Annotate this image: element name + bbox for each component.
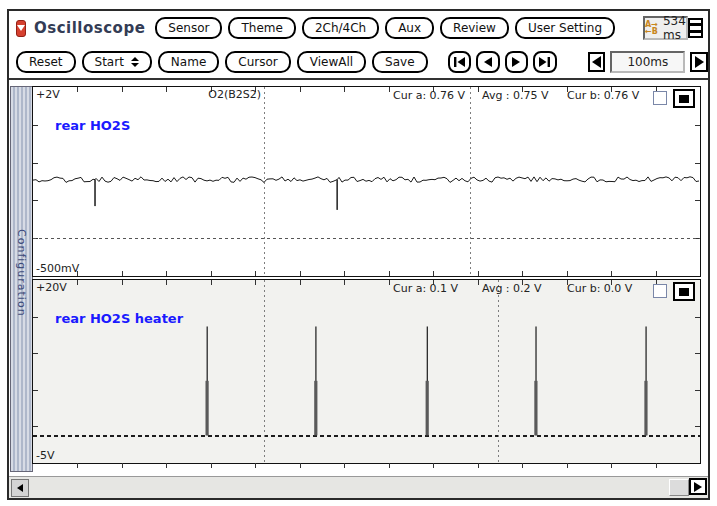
reset-button[interactable]: Reset	[16, 51, 76, 73]
grid-tick	[122, 280, 123, 285]
filled-square-icon	[679, 288, 689, 296]
main-area: Configuration +2V O2(B2S2) Cur a: 0.76 V…	[9, 78, 708, 477]
channel-2-expand-button[interactable]	[673, 282, 695, 301]
channel-1-plot[interactable]: +2V O2(B2S2) Cur a: 0.76 V Avg : 0.75 V …	[32, 86, 701, 277]
channel-mode-button[interactable]: 2Ch/4Ch	[302, 17, 379, 39]
grid-tick	[77, 280, 78, 285]
grid-tick	[567, 463, 568, 468]
grid-tick	[166, 271, 167, 276]
channel-1-name: rear HO2S	[55, 118, 130, 133]
skip-end-icon	[538, 56, 551, 68]
right-triangle-icon	[694, 482, 702, 492]
grid-tick	[389, 87, 390, 92]
grid-tick	[33, 125, 38, 126]
grid-tick	[122, 271, 123, 276]
channel-1-expand-button[interactable]	[673, 89, 695, 108]
grid-tick	[300, 271, 301, 276]
grid-tick	[77, 463, 78, 468]
zero-volt-line	[33, 238, 700, 239]
grid-tick	[695, 125, 700, 126]
theme-button[interactable]: Theme	[228, 17, 295, 39]
channel-2-plot[interactable]: +20V Cur a: 0.1 V Avg : 0.2 V Cur b: 0.0…	[32, 279, 701, 464]
cursor-a-line[interactable]	[264, 280, 265, 463]
app-menu-icon[interactable]	[16, 20, 26, 37]
configuration-sidebar[interactable]: Configuration	[10, 86, 33, 472]
left-triangle-icon	[592, 56, 601, 68]
channel-2-name: rear HO2S heater	[55, 311, 183, 326]
grid-tick	[611, 463, 612, 468]
channel-1-checkbox[interactable]	[653, 91, 667, 105]
grid-tick	[389, 271, 390, 276]
app-title: Oscilloscope	[34, 19, 145, 37]
cursor-time-display: A→←B 534 ms	[643, 16, 688, 40]
last-frame-button[interactable]	[533, 51, 557, 73]
first-frame-button[interactable]	[448, 51, 472, 73]
window-frame: Oscilloscope Sensor Theme 2Ch/4Ch Aux Re…	[7, 9, 710, 500]
next-icon	[511, 56, 522, 68]
grid-tick	[255, 463, 256, 468]
grid-tick	[300, 87, 301, 92]
grid-tick	[522, 463, 523, 468]
channel-2-bottom-voltage-label: -5V	[36, 449, 55, 462]
grid-tick	[33, 353, 38, 354]
cursor-button[interactable]: Cursor	[225, 51, 290, 73]
scroll-right-button[interactable]	[689, 478, 707, 495]
grid-tick	[433, 271, 434, 276]
timebase-decrease-button[interactable]	[588, 52, 606, 72]
cursor-b-line[interactable]	[498, 280, 499, 463]
start-dropdown-button[interactable]: Start	[82, 51, 152, 73]
title-toolbar: Oscilloscope Sensor Theme 2Ch/4Ch Aux Re…	[9, 11, 708, 45]
grid-tick	[695, 163, 700, 164]
grid-tick	[344, 280, 345, 285]
scrollbar-thumb[interactable]	[669, 479, 689, 496]
grid-tick	[77, 87, 78, 92]
name-button[interactable]: Name	[158, 51, 219, 73]
cursor-b-line[interactable]	[470, 87, 471, 276]
timebase-display: 100ms	[610, 51, 685, 73]
horizontal-scrollbar[interactable]	[9, 476, 708, 498]
save-button[interactable]: Save	[372, 51, 427, 73]
grid-tick	[166, 280, 167, 285]
grid-tick	[33, 426, 38, 427]
channel-2-checkbox[interactable]	[653, 284, 667, 298]
grid-tick	[478, 87, 479, 92]
plot-stack: +2V O2(B2S2) Cur a: 0.76 V Avg : 0.75 V …	[32, 86, 701, 464]
channel-1-signal-label: O2(B2S2)	[163, 88, 261, 101]
timebase-increase-button[interactable]	[690, 52, 708, 72]
grid-tick	[389, 280, 390, 285]
grid-tick	[695, 426, 700, 427]
grid-tick	[522, 271, 523, 276]
sensor-button[interactable]: Sensor	[155, 17, 222, 39]
grid-tick	[344, 463, 345, 468]
previous-frame-button[interactable]	[476, 51, 500, 73]
grid-tick	[33, 200, 38, 201]
aux-button[interactable]: Aux	[385, 17, 434, 39]
grid-tick	[656, 271, 657, 276]
grid-tick	[300, 463, 301, 468]
user-setting-button[interactable]: User Setting	[515, 17, 615, 39]
review-button[interactable]: Review	[440, 17, 509, 39]
viewall-button[interactable]: ViewAll	[297, 51, 366, 73]
zero-volt-line	[33, 435, 700, 437]
grid-tick	[433, 463, 434, 468]
oscilloscope-window: Oscilloscope Sensor Theme 2Ch/4Ch Aux Re…	[0, 0, 717, 506]
grid-tick	[695, 200, 700, 201]
scroll-left-button[interactable]	[11, 479, 29, 497]
grid-tick	[122, 463, 123, 468]
ab-cursor-icon: A→←B	[645, 21, 658, 35]
next-frame-button[interactable]	[505, 51, 529, 73]
grid-tick	[567, 271, 568, 276]
start-label: Start	[95, 55, 124, 69]
grid-tick	[122, 87, 123, 92]
cursor-a-line[interactable]	[264, 87, 265, 276]
grid-tick	[344, 271, 345, 276]
grid-tick	[478, 280, 479, 285]
channel-1-avg-value: Avg : 0.75 V	[482, 89, 549, 102]
grid-tick	[344, 87, 345, 92]
up-down-spinner-icon	[131, 57, 139, 67]
grid-tick	[211, 280, 212, 285]
configuration-label: Configuration	[15, 229, 28, 471]
o2-sensor-waveform	[33, 87, 700, 276]
list-menu-icon[interactable]	[688, 18, 703, 38]
grid-tick	[300, 280, 301, 285]
